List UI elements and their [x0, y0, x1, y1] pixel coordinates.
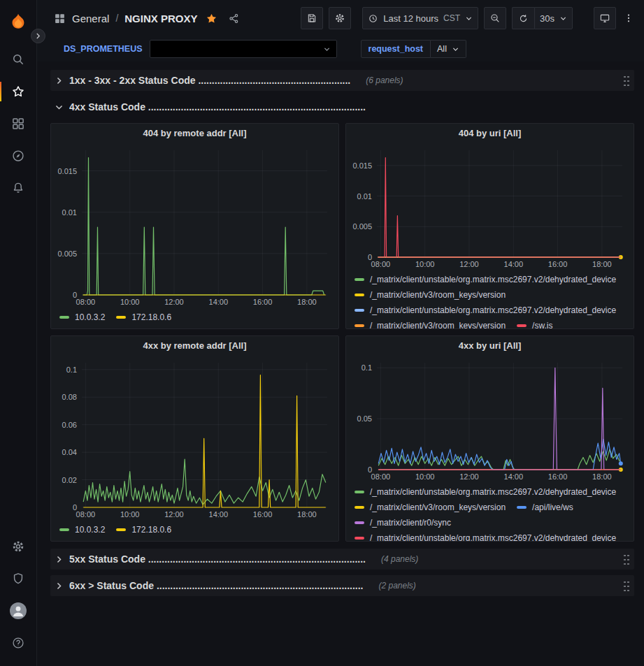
datasource-label: DS_PROMETHEUS [57, 40, 150, 58]
favorite-star-icon[interactable] [206, 13, 217, 24]
svg-text:0.06: 0.06 [62, 421, 77, 429]
svg-text:0.01: 0.01 [357, 192, 372, 201]
legend-item[interactable]: /api/live/ws [517, 500, 573, 514]
sidebar-item-help[interactable] [0, 627, 37, 659]
legend-item[interactable]: /_matrix/client/unstable/org.matrix.msc2… [355, 303, 616, 317]
svg-text:16:00: 16:00 [253, 298, 273, 306]
refresh-interval-value: 30s [540, 13, 554, 24]
request-host-select[interactable]: All [431, 40, 466, 58]
legend-swatch [355, 309, 364, 312]
svg-text:18:00: 18:00 [592, 260, 612, 268]
legend-swatch [355, 521, 364, 524]
svg-text:0.015: 0.015 [57, 167, 77, 175]
legend-label: 172.18.0.6 [131, 312, 171, 322]
legend-label: /_matrix/client/v3/room_keys/version [370, 321, 506, 328]
legend-item[interactable]: /_matrix/client/unstable/org.matrix.msc2… [355, 531, 616, 541]
svg-text:0.015: 0.015 [352, 161, 372, 170]
grafana-app: General / NGINX PROXY [0, 0, 644, 666]
legend-item[interactable]: /_matrix/client/v3/room_keys/version [355, 500, 506, 514]
legend-swatch [355, 278, 364, 281]
star-icon [11, 85, 25, 99]
row-panel-count: (2 panels) [379, 581, 416, 591]
datasource-select[interactable] [150, 40, 337, 58]
legend-label: 10.0.3.2 [75, 525, 105, 535]
legend-swatch [59, 316, 69, 319]
apps-grid-icon[interactable] [54, 13, 66, 24]
legend-item[interactable]: 10.0.3.2 [59, 310, 105, 324]
refresh-button[interactable] [512, 7, 534, 29]
svg-text:0.02: 0.02 [62, 476, 77, 484]
row-4xx-status-code[interactable]: 4xx Status Code ........................… [50, 96, 634, 117]
expand-menu-button[interactable] [31, 29, 45, 43]
shield-icon [11, 572, 25, 586]
sidebar-item-dashboards[interactable] [0, 108, 37, 140]
row-5xx-status-code[interactable]: 5xx Status Code ........................… [50, 549, 634, 570]
cycle-view-mode-button[interactable] [594, 7, 616, 29]
time-range-picker[interactable]: Last 12 hours CST [362, 7, 478, 29]
refresh-group: 30s [512, 7, 573, 29]
sidebar-item-settings[interactable] [0, 530, 37, 563]
row-drag-handle[interactable] [623, 580, 630, 591]
zoom-out-icon [489, 13, 501, 24]
svg-text:14:00: 14:00 [504, 472, 524, 481]
time-series-chart[interactable]: 08:0010:0012:0014:0016:0018:0000.0050.01… [51, 143, 338, 309]
breadcrumb-folder[interactable]: General [72, 13, 109, 24]
legend-swatch [517, 506, 527, 509]
legend-item[interactable]: /sw.js [517, 319, 552, 328]
legend-item[interactable]: /_matrix/client/unstable/org.matrix.msc2… [355, 273, 616, 287]
svg-text:0: 0 [368, 465, 372, 474]
panel-4xx-by-remote-addr: 4xx by remote addr [All] 08:0010:0012:00… [50, 335, 339, 542]
svg-text:0.08: 0.08 [62, 393, 77, 401]
panel-4xx-by-uri: 4xx by uri [All] 08:0010:0012:0014:0016:… [345, 335, 634, 542]
save-dashboard-button[interactable] [301, 7, 323, 29]
sidebar-item-starred[interactable] [0, 75, 37, 108]
sidebar-item-search[interactable] [0, 43, 37, 75]
sidebar-item-profile[interactable] [0, 595, 37, 627]
caret-down-icon [323, 45, 331, 53]
legend-item[interactable]: /_matrix/client/unstable/org.matrix.msc2… [355, 485, 616, 499]
row-title: 4xx Status Code ........................… [69, 101, 366, 113]
svg-text:12:00: 12:00 [459, 260, 479, 268]
legend-item[interactable]: 10.0.3.2 [59, 523, 105, 537]
legend-item[interactable]: 172.18.0.6 [116, 310, 171, 324]
panel-title[interactable]: 404 by uri [All] [346, 124, 634, 143]
chevron-right-icon [34, 32, 42, 40]
share-icon[interactable] [228, 13, 240, 24]
svg-text:0.1: 0.1 [362, 363, 372, 372]
caret-down-icon [559, 15, 567, 22]
legend-item[interactable]: 172.18.0.6 [116, 523, 171, 537]
zoom-out-time-button[interactable] [484, 7, 506, 29]
chevron-down-icon [55, 103, 64, 112]
panel-title[interactable]: 4xx by remote addr [All] [51, 336, 338, 356]
sidebar-item-server-admin[interactable] [0, 563, 37, 595]
panel-legend: /_matrix/client/unstable/org.matrix.msc2… [346, 271, 634, 328]
refresh-interval-select[interactable]: 30s [534, 7, 573, 29]
legend-swatch [355, 491, 364, 493]
row-title: 6xx > Status Code ......................… [69, 580, 364, 591]
legend-label: /_matrix/client/unstable/org.matrix.msc2… [370, 487, 616, 497]
legend-item[interactable]: /_matrix/client/r0/sync [355, 516, 451, 530]
dashboard-settings-button[interactable] [329, 7, 351, 29]
svg-text:18:00: 18:00 [297, 298, 317, 306]
legend-swatch [355, 324, 364, 327]
kebab-menu-button[interactable] [622, 7, 636, 29]
avatar [10, 602, 27, 619]
sidebar-item-explore[interactable] [0, 140, 37, 172]
time-series-chart[interactable]: 08:0010:0012:0014:0016:0018:0000.020.040… [51, 356, 338, 521]
panel-title[interactable]: 4xx by uri [All] [346, 336, 634, 356]
legend-label: /_matrix/client/v3/room_keys/version [370, 502, 506, 512]
sidebar-item-alerting[interactable] [0, 172, 37, 204]
time-series-chart[interactable]: 08:0010:0012:0014:0016:0018:0000.0050.01… [346, 143, 634, 271]
legend-item[interactable]: /_matrix/client/v3/room_keys/version [355, 319, 506, 328]
time-zone-label: CST [443, 13, 460, 23]
kebab-icon [623, 13, 634, 24]
panel-legend: /_matrix/client/unstable/org.matrix.msc2… [346, 484, 634, 541]
row-1xx-3xx-2xx-status-code[interactable]: 1xx - 3xx - 2xx Status Code ............… [50, 70, 634, 91]
svg-text:0.05: 0.05 [357, 414, 372, 423]
time-series-chart[interactable]: 08:0010:0012:0014:0016:0018:0000.050.1 [346, 356, 634, 484]
panel-title[interactable]: 404 by remote addr [All] [51, 124, 338, 143]
row-drag-handle[interactable] [623, 75, 630, 86]
legend-item[interactable]: /_matrix/client/v3/room_keys/version [355, 288, 506, 302]
row-6xx-status-code[interactable]: 6xx > Status Code ......................… [50, 575, 634, 596]
row-drag-handle[interactable] [623, 553, 630, 565]
